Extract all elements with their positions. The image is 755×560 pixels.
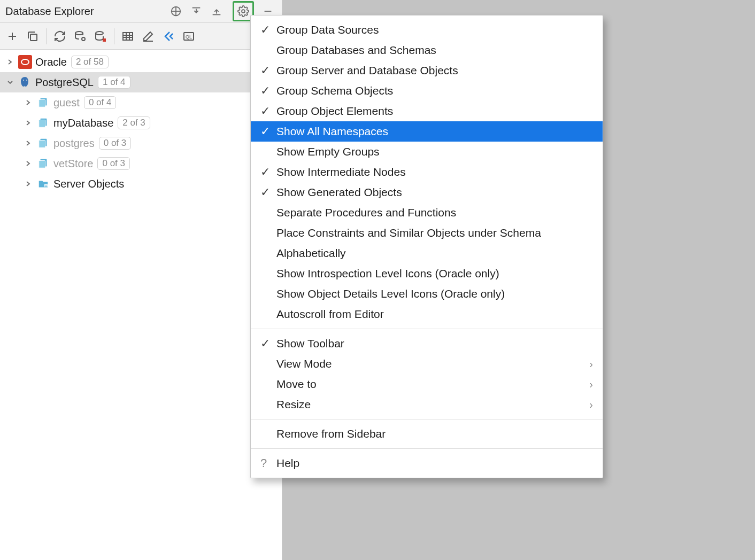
menu-item[interactable]: ✓Group Object Elements <box>251 101 603 121</box>
tree-node-label: PostgreSQL <box>35 76 94 89</box>
chevron-right-icon <box>24 181 33 187</box>
menu-item[interactable]: ✓Show Intermediate Nodes <box>251 162 603 182</box>
menu-item[interactable]: Autoscroll from Editor <box>251 304 603 324</box>
svg-point-13 <box>82 37 85 41</box>
count-badge: 0 of 3 <box>97 157 130 170</box>
menu-item[interactable]: ✓Group Data Sources <box>251 20 603 40</box>
collapse-target-icon[interactable] <box>170 5 182 18</box>
edit-button[interactable] <box>139 27 157 45</box>
svg-rect-28 <box>39 120 45 128</box>
svg-rect-16 <box>123 33 133 40</box>
check-icon: ✓ <box>260 23 276 37</box>
menu-item[interactable]: ✓Group Schema Objects <box>251 81 603 101</box>
add-button[interactable] <box>3 27 21 45</box>
menu-item[interactable]: Group Databases and Schemas <box>251 40 603 60</box>
menu-item[interactable]: ?Help <box>251 453 603 473</box>
refresh-button[interactable] <box>51 27 69 45</box>
chevron-right-icon <box>24 120 33 126</box>
menu-item[interactable]: Show Object Details Level Icons (Oracle … <box>251 284 603 304</box>
menu-item-label: Resize <box>276 398 589 411</box>
database-icon <box>36 157 50 170</box>
disconnect-button[interactable] <box>91 27 110 45</box>
help-icon: ? <box>260 456 276 470</box>
menu-item-label: Separate Procedures and Functions <box>276 206 593 219</box>
menu-item-label: Alphabetically <box>276 247 593 260</box>
menu-item-label: Group Databases and Schemas <box>276 44 593 57</box>
menu-item[interactable]: ✓Show Toolbar <box>251 333 603 354</box>
tree-node-database[interactable]: vetStore 0 of 3 <box>0 153 282 174</box>
menu-item-label: Group Server and Database Objects <box>276 64 593 77</box>
menu-item[interactable]: ✓Show All Namespaces <box>251 121 603 142</box>
tree-node-label: Server Objects <box>53 178 124 190</box>
database-icon <box>36 116 50 130</box>
check-icon: ✓ <box>260 185 276 199</box>
menu-item[interactable]: Remove from Sidebar <box>251 424 603 444</box>
menu-item[interactable]: Show Empty Groups <box>251 142 603 162</box>
menu-item[interactable]: Show Introspection Level Icons (Oracle o… <box>251 263 603 284</box>
svg-rect-32 <box>39 161 45 168</box>
tree-node-postgresql[interactable]: PostgreSQL 1 of 4 <box>0 72 282 92</box>
chevron-right-icon: › <box>589 378 593 391</box>
check-icon: ✓ <box>260 84 276 98</box>
count-badge: 2 of 3 <box>118 116 150 129</box>
tree-node-label: guest <box>53 97 80 109</box>
menu-item-label: Show Introspection Level Icons (Oracle o… <box>276 267 593 280</box>
menu-item-label: Move to <box>276 378 589 391</box>
table-view-button[interactable] <box>119 27 137 45</box>
tree-node-database[interactable]: guest 0 of 4 <box>0 92 282 113</box>
menu-item[interactable]: Separate Procedures and Functions <box>251 203 603 223</box>
navigate-button[interactable] <box>159 27 178 45</box>
toolbar-separator <box>114 28 114 44</box>
menu-item-label: Place Constraints and Similar Objects un… <box>276 227 593 239</box>
chevron-right-icon <box>5 59 15 65</box>
menu-item[interactable]: Resize› <box>251 394 603 415</box>
menu-item-label: Show Generated Objects <box>276 186 593 199</box>
svg-rect-26 <box>39 100 45 107</box>
svg-point-12 <box>75 32 83 35</box>
count-badge: 0 of 3 <box>99 137 132 150</box>
menu-item-label: Show Empty Groups <box>276 145 593 158</box>
database-icon <box>36 96 50 110</box>
menu-item-label: Help <box>276 457 593 470</box>
panel-title: Database Explorer <box>4 5 170 18</box>
check-icon: ✓ <box>260 337 276 351</box>
datasource-properties-button[interactable] <box>71 27 89 45</box>
menu-item-label: Autoscroll from Editor <box>276 308 593 321</box>
menu-separator <box>251 448 603 449</box>
menu-item[interactable]: ✓Group Server and Database Objects <box>251 60 603 81</box>
svg-rect-11 <box>30 34 37 41</box>
expand-all-icon[interactable] <box>190 5 203 18</box>
duplicate-button[interactable] <box>24 27 42 45</box>
menu-item-label: Group Object Elements <box>276 105 593 118</box>
menu-item[interactable]: Alphabetically <box>251 243 603 263</box>
menu-item[interactable]: View Mode› <box>251 354 603 374</box>
menu-separator <box>251 329 603 329</box>
menu-item-label: View Mode <box>276 357 589 370</box>
menu-item-label: Show All Namespaces <box>276 125 593 138</box>
svg-text:QL: QL <box>186 34 192 40</box>
panel-toolbar: QL <box>0 23 282 50</box>
menu-item[interactable]: ✓Show Generated Objects <box>251 182 603 203</box>
database-explorer-panel: Database Explorer <box>0 0 282 560</box>
chevron-right-icon: › <box>589 358 593 370</box>
tree-node-oracle[interactable]: Oracle 2 of 58 <box>0 52 282 72</box>
tree-node-database[interactable]: myDatabase 2 of 3 <box>0 113 282 133</box>
tree-node-server-objects[interactable]: Server Objects <box>0 174 282 194</box>
postgresql-icon <box>18 75 32 89</box>
tree-node-database[interactable]: postgres 0 of 3 <box>0 133 282 153</box>
svg-point-7 <box>242 10 245 13</box>
chevron-right-icon <box>24 160 33 167</box>
menu-item-label: Show Object Details Level Icons (Oracle … <box>276 287 593 300</box>
database-tree[interactable]: Oracle 2 of 58 PostgreSQL 1 of 4 guest 0… <box>0 50 282 560</box>
svg-point-14 <box>96 32 103 35</box>
chevron-right-icon: › <box>589 399 593 411</box>
menu-item[interactable]: Move to› <box>251 374 603 394</box>
count-badge: 1 of 4 <box>98 76 130 89</box>
menu-item-label: Show Intermediate Nodes <box>276 166 593 178</box>
menu-item[interactable]: Place Constraints and Similar Objects un… <box>251 223 603 243</box>
query-console-button[interactable]: QL <box>180 27 198 45</box>
tree-node-label: vetStore <box>53 158 93 170</box>
check-icon: ✓ <box>260 125 276 138</box>
collapse-all-icon[interactable] <box>210 5 223 18</box>
tree-node-label: Oracle <box>35 56 67 68</box>
